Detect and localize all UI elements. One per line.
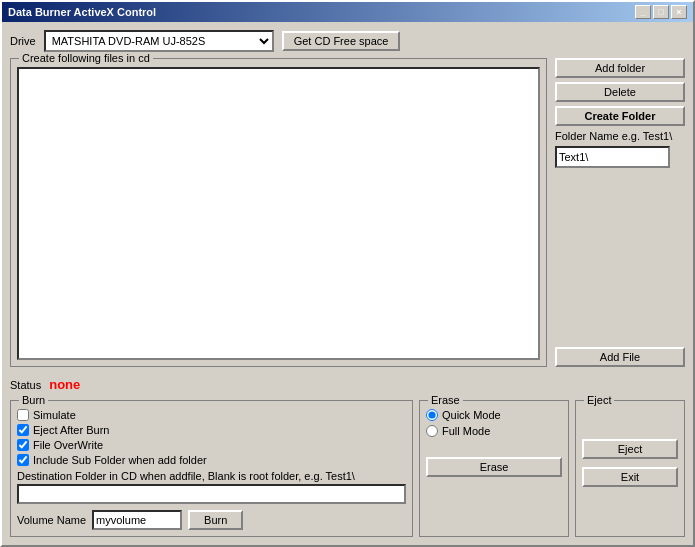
simulate-checkbox[interactable] bbox=[17, 409, 29, 421]
erase-group-title: Erase bbox=[428, 394, 463, 406]
eject-group-title: Eject bbox=[584, 394, 614, 406]
quick-mode-label: Quick Mode bbox=[442, 409, 501, 421]
minimize-button[interactable]: _ bbox=[635, 5, 651, 19]
window-title: Data Burner ActiveX Control bbox=[8, 6, 635, 18]
main-area: Create following files in cd Add folder … bbox=[10, 58, 685, 367]
create-folder-button[interactable]: Create Folder bbox=[555, 106, 685, 126]
include-subfolder-checkbox[interactable] bbox=[17, 454, 29, 466]
bottom-area: Burn Simulate Eject After Burn File Over… bbox=[10, 400, 685, 537]
drive-label: Drive bbox=[10, 35, 36, 47]
burn-group: Burn Simulate Eject After Burn File Over… bbox=[10, 400, 413, 537]
maximize-button[interactable]: □ bbox=[653, 5, 669, 19]
file-overwrite-checkbox[interactable] bbox=[17, 439, 29, 451]
exit-btn-container: Exit bbox=[582, 467, 678, 487]
window-content: Drive MATSHITA DVD-RAM UJ-852S Get CD Fr… bbox=[2, 22, 693, 545]
simulate-row: Simulate bbox=[17, 409, 406, 421]
title-bar-buttons: _ □ × bbox=[635, 5, 687, 19]
folder-name-label: Folder Name e.g. Test1\ bbox=[555, 130, 672, 142]
right-panel: Add folder Delete Create Folder Folder N… bbox=[555, 58, 685, 367]
eject-btn-container: Eject bbox=[582, 439, 678, 459]
burn-group-title: Burn bbox=[19, 394, 48, 406]
volume-label: Volume Name bbox=[17, 514, 86, 526]
folder-name-input[interactable] bbox=[555, 146, 670, 168]
drive-select[interactable]: MATSHITA DVD-RAM UJ-852S bbox=[44, 30, 274, 52]
full-mode-row: Full Mode bbox=[426, 425, 562, 437]
eject-button[interactable]: Eject bbox=[582, 439, 678, 459]
add-folder-button[interactable]: Add folder bbox=[555, 58, 685, 78]
full-mode-label: Full Mode bbox=[442, 425, 490, 437]
files-group-title: Create following files in cd bbox=[19, 52, 153, 64]
eject-after-burn-label: Eject After Burn bbox=[33, 424, 109, 436]
exit-button[interactable]: Exit bbox=[582, 467, 678, 487]
full-mode-radio[interactable] bbox=[426, 425, 438, 437]
quick-mode-radio[interactable] bbox=[426, 409, 438, 421]
get-cd-free-space-button[interactable]: Get CD Free space bbox=[282, 31, 401, 51]
dest-label: Destination Folder in CD when addfile, B… bbox=[17, 470, 406, 482]
status-row: Status none bbox=[10, 377, 685, 392]
erase-group: Erase Quick Mode Full Mode Erase bbox=[419, 400, 569, 537]
eject-after-burn-checkbox[interactable] bbox=[17, 424, 29, 436]
add-file-button[interactable]: Add File bbox=[555, 347, 685, 367]
status-label: Status bbox=[10, 379, 41, 391]
include-subfolder-row: Include Sub Folder when add folder bbox=[17, 454, 406, 466]
main-window: Data Burner ActiveX Control _ □ × Drive … bbox=[0, 0, 695, 547]
folder-name-label-container: Folder Name e.g. Test1\ bbox=[555, 130, 685, 142]
eject-after-burn-row: Eject After Burn bbox=[17, 424, 406, 436]
delete-button[interactable]: Delete bbox=[555, 82, 685, 102]
drive-row: Drive MATSHITA DVD-RAM UJ-852S Get CD Fr… bbox=[10, 30, 685, 52]
file-list[interactable] bbox=[17, 67, 540, 360]
eject-group: Eject Eject Exit bbox=[575, 400, 685, 537]
left-panel: Create following files in cd bbox=[10, 58, 547, 367]
include-subfolder-label: Include Sub Folder when add folder bbox=[33, 454, 207, 466]
erase-button[interactable]: Erase bbox=[426, 457, 562, 477]
files-group: Create following files in cd bbox=[10, 58, 547, 367]
simulate-label: Simulate bbox=[33, 409, 76, 421]
volume-row: Volume Name Burn bbox=[17, 510, 406, 530]
volume-input[interactable] bbox=[92, 510, 182, 530]
quick-mode-row: Quick Mode bbox=[426, 409, 562, 421]
title-bar: Data Burner ActiveX Control _ □ × bbox=[2, 2, 693, 22]
close-button[interactable]: × bbox=[671, 5, 687, 19]
file-overwrite-label: File OverWrite bbox=[33, 439, 103, 451]
file-overwrite-row: File OverWrite bbox=[17, 439, 406, 451]
burn-button[interactable]: Burn bbox=[188, 510, 243, 530]
dest-input[interactable] bbox=[17, 484, 406, 504]
status-value: none bbox=[49, 377, 80, 392]
